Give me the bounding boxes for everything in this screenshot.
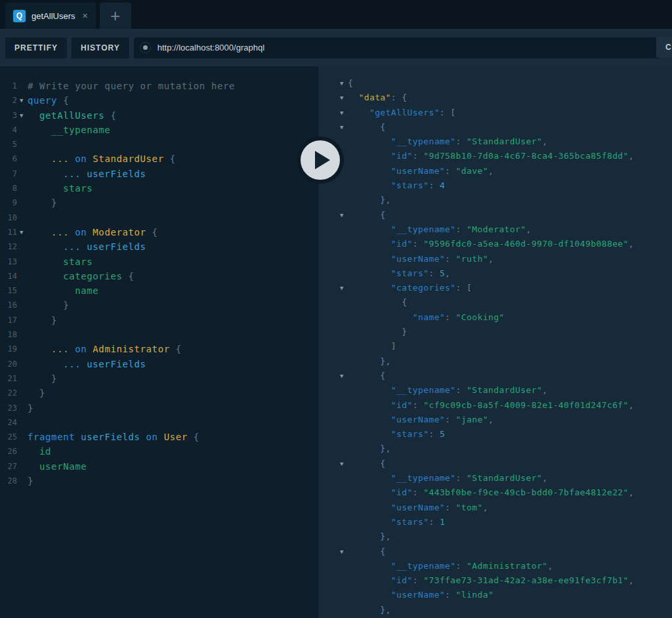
fold-arrow-icon[interactable]: ▼ [340, 91, 343, 105]
query-editor-line: 25fragment userFields on User { [0, 430, 318, 444]
tab-title: getAllUsers [32, 11, 75, 21]
line-number: 26 [0, 444, 17, 459]
code-token: "__typename" [348, 385, 456, 395]
code-token: { [188, 432, 200, 442]
code-token: }, [348, 605, 391, 615]
code-token: fragment [28, 432, 75, 442]
code-token: "id" [348, 239, 413, 249]
code-token: } [28, 197, 57, 208]
code-token: ] [348, 341, 396, 351]
code-token: "userName" [348, 254, 445, 264]
code-token: "tom" [456, 503, 483, 512]
code-token: { [348, 297, 408, 307]
fold-arrow-icon[interactable]: ▼ [340, 106, 343, 120]
fold-arrow-icon[interactable]: ▼ [20, 225, 23, 239]
fold-arrow-icon[interactable]: ▼ [340, 281, 343, 295]
fold-arrow-icon[interactable]: ▼ [20, 108, 23, 123]
code-token: { [348, 122, 386, 132]
response-row: }, [318, 603, 672, 617]
line-number: 25 [0, 430, 17, 444]
code-token: { [146, 227, 158, 237]
code-token: : [445, 166, 455, 176]
fold-arrow-icon[interactable]: ▼ [340, 545, 343, 559]
line-number: 10 [0, 211, 17, 225]
copy-curl-button[interactable]: COPY CURL [656, 37, 672, 58]
fold-arrow-icon[interactable]: ▼ [340, 369, 343, 383]
response-row: "userName": "dave", [318, 164, 672, 178]
code-token: : [413, 239, 423, 249]
code-token: , [629, 400, 634, 410]
fold-arrow-icon[interactable]: ▼ [340, 120, 343, 134]
query-editor-line: 26 id [0, 444, 318, 459]
prettify-button[interactable]: PRETTIFY [5, 37, 67, 58]
line-number: 22 [0, 386, 17, 400]
code-token: "userName" [348, 590, 445, 600]
code-token: , [445, 268, 450, 278]
line-number: 24 [0, 415, 17, 430]
code-token: } [28, 476, 33, 486]
response-row: "__typename": "Administrator", [318, 559, 672, 573]
endpoint-url-wrapper [134, 37, 662, 58]
code-token: "id" [348, 487, 413, 497]
code-token: categories [28, 271, 122, 281]
query-editor-line: 12 ... userFields [0, 239, 318, 254]
code-token: { [122, 271, 134, 281]
endpoint-url-input[interactable] [134, 37, 662, 58]
code-token: 5 [440, 429, 445, 439]
code-token: , [542, 136, 547, 146]
code-token: "73ffae73-31ad-42a2-a38e-ee91fe3cf7b1" [423, 575, 629, 585]
query-tab-icon: Q [13, 10, 26, 22]
code-token: "id" [348, 575, 413, 585]
response-row: "stars": 5 [318, 427, 672, 442]
line-number: 23 [0, 401, 17, 415]
query-editor[interactable]: 1# Write your query or mutation here2▼qu… [0, 66, 318, 618]
code-token: }, [348, 443, 391, 453]
response-viewer[interactable]: ▼{▼ "data": {▼ "getAllUsers": [▼ { "__ty… [318, 66, 672, 618]
response-row: } [318, 325, 672, 339]
code-token: "ruth" [456, 254, 488, 264]
play-icon [315, 151, 330, 169]
query-editor-line: 28} [0, 474, 318, 488]
line-number: 21 [0, 371, 17, 386]
code-token: , [629, 239, 634, 249]
response-row: ▼ { [318, 457, 672, 471]
code-token: { [57, 95, 69, 106]
code-token: StandardUser [93, 154, 163, 164]
line-number: 20 [0, 357, 17, 371]
code-token: : [413, 487, 423, 497]
code-token: "linda" [456, 590, 494, 600]
close-tab-icon[interactable]: × [82, 10, 87, 21]
line-number: 16 [0, 298, 17, 312]
code-token: "stars" [348, 180, 429, 190]
line-number: 1 [0, 79, 17, 93]
code-token: } [28, 403, 33, 413]
code-token: } [28, 373, 57, 384]
code-token: } [28, 388, 45, 398]
code-token: name [28, 285, 98, 296]
code-token: { [348, 210, 386, 220]
response-row: "id": "9d758b10-7d0a-4c67-8ca4-365bca85f… [318, 149, 672, 163]
execute-query-button[interactable] [297, 136, 344, 184]
new-tab-button[interactable]: + [100, 3, 131, 29]
fold-arrow-icon[interactable]: ▼ [340, 208, 343, 222]
response-row: }, [318, 529, 672, 544]
code-token: : [456, 473, 467, 483]
history-button[interactable]: HISTORY [72, 37, 129, 58]
code-token: , [488, 254, 494, 264]
code-token: 5 [440, 268, 445, 278]
code-token: "userName" [348, 166, 445, 176]
tab-getallusers[interactable]: Q getAllUsers × [5, 3, 96, 29]
fold-arrow-icon[interactable]: ▼ [340, 457, 343, 471]
code-token: 1 [440, 517, 445, 527]
code-token: ... userFields [28, 169, 146, 179]
response-row: "id": "9596fdc0-a5ea-460d-9970-df1049b08… [318, 237, 672, 251]
response-row: ▼ { [318, 545, 672, 559]
fold-arrow-icon[interactable]: ▼ [20, 93, 23, 108]
line-number: 11 [0, 225, 17, 239]
code-token: 4 [440, 180, 445, 190]
plus-icon: + [110, 6, 120, 26]
code-token: : [ [440, 108, 456, 117]
code-token: : [445, 503, 455, 512]
code-token: : [413, 575, 423, 585]
fold-arrow-icon[interactable]: ▼ [340, 76, 343, 91]
